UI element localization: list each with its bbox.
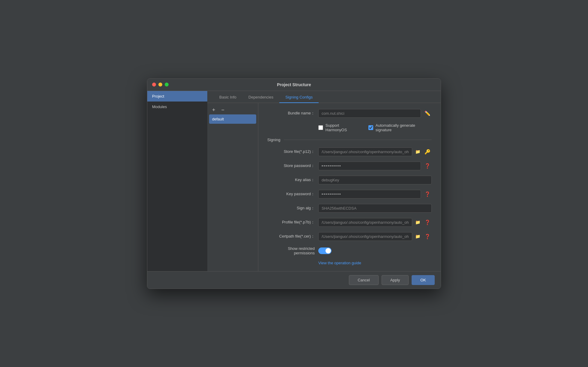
support-harmonyos-checkbox-label[interactable]: Support HarmonyOS [318, 123, 361, 132]
operation-guide-link[interactable]: View the operation guide [318, 261, 432, 265]
sign-alg-row: Sign alg： [267, 204, 432, 213]
sidebar-item-project[interactable]: Project [147, 91, 207, 102]
dialog-title: Project Structure [277, 82, 311, 87]
bundle-name-input-group: ✏️ [318, 109, 432, 118]
divider-line [284, 140, 432, 140]
checkboxes-row: Support HarmonyOS Automatically generate… [318, 123, 432, 132]
maximize-button[interactable] [165, 83, 169, 86]
list-toolbar: + − [207, 105, 258, 114]
auto-signature-checkbox-label[interactable]: Automatically generate signature [368, 123, 432, 132]
sidebar: Project Modules [147, 91, 207, 271]
store-password-input[interactable] [318, 162, 421, 170]
toggle-row: Show restricted permissions [267, 246, 432, 255]
store-password-help-icon[interactable]: ❓ [423, 162, 432, 170]
toggle-slider [318, 247, 332, 254]
content-panel: + − default Bundle name： ✏️ [207, 103, 441, 271]
sidebar-item-modules[interactable]: Modules [147, 102, 207, 112]
key-alias-label: Key alias： [267, 177, 318, 183]
key-password-input-group: ❓ [318, 190, 432, 199]
tab-bar: Basic Info Dependencies Signing Configs [207, 91, 441, 103]
certpath-file-input-group: 📁 ❓ [318, 232, 432, 241]
main-body: Project Modules Basic Info Dependencies … [147, 91, 441, 271]
signing-divider: Signing [267, 138, 432, 142]
sign-alg-input[interactable] [318, 204, 432, 213]
key-password-label: Key password： [267, 191, 318, 197]
list-area: + − default [207, 103, 258, 271]
key-password-help-icon[interactable]: ❓ [423, 190, 432, 198]
certpath-file-label: Certpath file(*.cer)： [267, 234, 318, 239]
profile-file-help-icon[interactable]: ❓ [423, 218, 432, 226]
dialog-window: Project Structure Project Modules Basic … [147, 78, 441, 289]
profile-file-row: Profile file(*.p7b)： 📁 ❓ [267, 218, 432, 227]
profile-file-folder-icon[interactable]: 📁 [413, 219, 422, 226]
key-password-row: Key password： ❓ [267, 190, 432, 199]
show-restricted-toggle[interactable] [318, 247, 332, 254]
show-restricted-label: Show restricted permissions [267, 246, 318, 255]
bundle-name-row: Bundle name： ✏️ [267, 109, 432, 118]
add-config-button[interactable]: + [211, 107, 217, 113]
key-alias-input[interactable] [318, 176, 432, 184]
remove-config-button[interactable]: − [220, 107, 226, 113]
form-area: Bundle name： ✏️ Support HarmonyOS [258, 103, 441, 271]
title-bar: Project Structure [147, 79, 441, 91]
key-alias-row: Key alias： [267, 176, 432, 184]
minimize-button[interactable] [158, 83, 162, 86]
profile-file-input[interactable] [318, 218, 412, 227]
store-password-row: Store password： ❓ [267, 162, 432, 170]
store-password-label: Store password： [267, 163, 318, 168]
certpath-file-help-icon[interactable]: ❓ [423, 232, 432, 241]
footer: Cancel Apply OK [147, 271, 441, 289]
tab-signing-configs[interactable]: Signing Configs [279, 92, 319, 103]
certpath-file-folder-icon[interactable]: 📁 [413, 233, 422, 240]
close-button[interactable] [152, 83, 156, 86]
store-file-label: Store file(*.p12)： [267, 149, 318, 154]
store-file-row: Store file(*.p12)： 📁 🔑 [267, 147, 432, 156]
store-file-input-group: 📁 🔑 [318, 147, 432, 156]
bundle-name-input[interactable] [318, 109, 421, 118]
auto-signature-text: Automatically generate signature [376, 123, 432, 132]
bundle-name-label: Bundle name： [267, 111, 318, 116]
tab-dependencies[interactable]: Dependencies [242, 92, 279, 103]
profile-file-label: Profile file(*.p7b)： [267, 220, 318, 225]
signing-section-label: Signing [267, 138, 280, 142]
sign-alg-label: Sign alg： [267, 205, 318, 211]
store-file-fingerprint-icon[interactable]: 🔑 [423, 148, 432, 156]
store-password-input-group: ❓ [318, 162, 432, 170]
store-file-input[interactable] [318, 147, 412, 156]
right-panel: Basic Info Dependencies Signing Configs … [207, 91, 441, 271]
certpath-file-input[interactable] [318, 232, 412, 241]
tab-basic-info[interactable]: Basic Info [213, 92, 242, 103]
support-harmonyos-text: Support HarmonyOS [326, 123, 361, 132]
support-harmonyos-checkbox[interactable] [318, 125, 323, 130]
apply-button[interactable]: Apply [382, 275, 409, 285]
ok-button[interactable]: OK [412, 275, 435, 285]
window-controls [152, 83, 169, 86]
cancel-button[interactable]: Cancel [349, 275, 378, 285]
profile-file-input-group: 📁 ❓ [318, 218, 432, 227]
bundle-name-edit-icon[interactable]: ✏️ [423, 109, 432, 117]
key-password-input[interactable] [318, 190, 421, 199]
store-file-folder-icon[interactable]: 📁 [413, 148, 422, 155]
config-list-item-default[interactable]: default [209, 114, 256, 124]
certpath-file-row: Certpath file(*.cer)： 📁 ❓ [267, 232, 432, 241]
auto-signature-checkbox[interactable] [368, 125, 373, 130]
